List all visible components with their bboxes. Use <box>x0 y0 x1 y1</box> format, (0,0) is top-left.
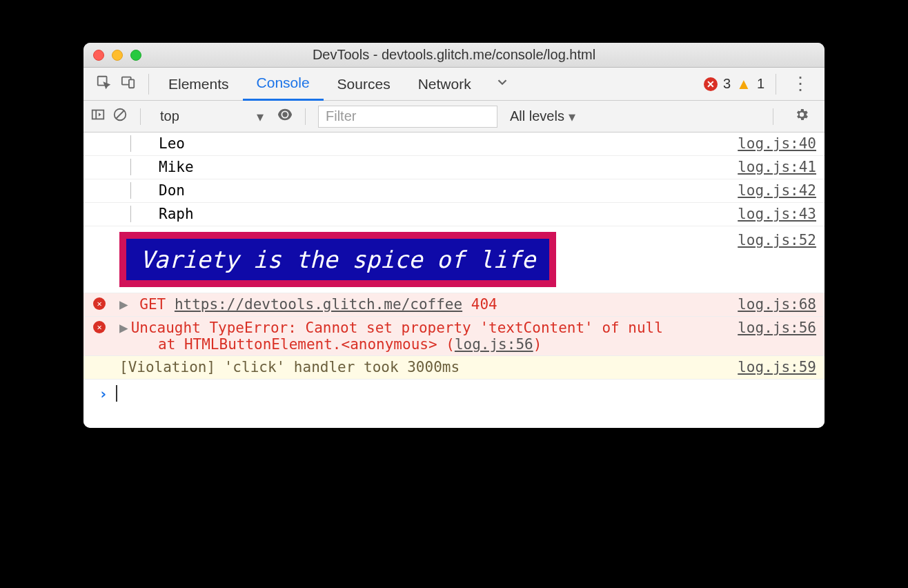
log-row: Mike log.js:41 <box>83 156 825 179</box>
svg-rect-2 <box>129 79 134 88</box>
titlebar: DevTools - devtools.glitch.me/console/lo… <box>83 43 825 68</box>
zoom-window-button[interactable] <box>130 50 141 61</box>
svg-point-7 <box>282 112 287 117</box>
log-row: Don log.js:42 <box>83 179 825 203</box>
error-message: Uncaught TypeError: Cannot set property … <box>131 320 663 336</box>
source-link[interactable]: log.js:42 <box>729 182 816 199</box>
window-title: DevTools - devtools.glitch.me/console/lo… <box>83 47 825 63</box>
source-link[interactable]: log.js:52 <box>729 232 816 248</box>
tab-sources[interactable]: Sources <box>324 68 404 101</box>
console-input[interactable] <box>117 385 816 402</box>
log-message: Don <box>130 182 185 199</box>
context-label: top <box>160 108 179 124</box>
close-window-button[interactable] <box>93 50 104 61</box>
dropdown-icon: ▾ <box>257 108 264 125</box>
svg-line-6 <box>117 111 124 119</box>
styled-log-message: Variety is the spice of life <box>119 232 556 287</box>
svg-rect-3 <box>92 110 104 119</box>
panel-tabs: Elements Console Sources Network <box>155 68 485 101</box>
expand-icon[interactable]: ▶ <box>119 320 128 336</box>
request-url-link[interactable]: https://devtools.glitch.me/coffee <box>175 296 462 313</box>
console-settings-icon[interactable] <box>786 107 818 126</box>
tab-network[interactable]: Network <box>404 68 485 101</box>
source-link[interactable]: log.js:59 <box>729 359 816 375</box>
source-link[interactable]: log.js:40 <box>729 135 816 152</box>
expand-icon[interactable]: ▶ <box>119 296 128 313</box>
stack-link[interactable]: log.js:56 <box>455 336 533 353</box>
source-link[interactable]: log.js:68 <box>729 296 816 313</box>
toggle-sidebar-icon[interactable] <box>90 107 106 126</box>
minimize-window-button[interactable] <box>112 50 123 61</box>
http-status: 404 <box>471 296 497 313</box>
more-tabs-button[interactable] <box>485 75 520 93</box>
dropdown-icon: ▾ <box>569 108 575 125</box>
warning-count: 1 <box>757 76 764 92</box>
log-message: Mike <box>130 159 194 175</box>
log-row: Leo log.js:40 <box>83 133 825 156</box>
error-row: ✕ ▶Uncaught TypeError: Cannot set proper… <box>83 317 825 356</box>
tab-elements[interactable]: Elements <box>155 68 243 101</box>
error-row: ✕ ▶ GET https://devtools.glitch.me/coffe… <box>83 293 825 317</box>
console-prompt[interactable]: › <box>83 380 825 407</box>
http-method: GET <box>139 296 166 313</box>
prompt-chevron-icon: › <box>99 385 108 402</box>
device-toolbar-icon[interactable] <box>121 75 136 93</box>
log-message: Raph <box>130 206 194 222</box>
stack-suffix: ) <box>533 336 542 353</box>
devtools-window: DevTools - devtools.glitch.me/console/lo… <box>83 43 825 428</box>
main-tabbar: Elements Console Sources Network ✕ 3 ▲ 1… <box>83 68 825 101</box>
filter-input[interactable] <box>318 106 497 128</box>
styled-log-row: Variety is the spice of life log.js:52 <box>83 226 825 293</box>
error-icon: ✕ <box>93 297 106 310</box>
error-icon: ✕ <box>704 77 718 91</box>
console-output: Leo log.js:40 Mike log.js:41 Don log.js:… <box>83 133 825 428</box>
violation-message: [Violation] 'click' handler took 3000ms <box>86 359 729 375</box>
execution-context-select[interactable]: top ▾ <box>153 106 270 127</box>
console-toolbar: top ▾ All levels ▾ <box>83 101 825 133</box>
live-expression-icon[interactable] <box>277 107 293 126</box>
violation-row: [Violation] 'click' handler took 3000ms … <box>83 356 825 380</box>
stack-prefix: at HTMLButtonElement.<anonymous> ( <box>158 336 455 353</box>
window-controls <box>93 50 141 61</box>
source-link[interactable]: log.js:56 <box>729 320 816 336</box>
levels-label: All levels <box>510 108 564 124</box>
log-levels-select[interactable]: All levels ▾ <box>504 108 581 125</box>
warning-icon: ▲ <box>736 75 751 93</box>
clear-console-icon[interactable] <box>112 107 128 126</box>
error-count: 3 <box>723 76 731 92</box>
error-icon: ✕ <box>93 321 106 333</box>
error-warning-counts[interactable]: ✕ 3 ▲ 1 <box>698 75 770 93</box>
tab-console[interactable]: Console <box>243 68 324 101</box>
inspect-element-icon[interactable] <box>96 75 111 93</box>
log-message: Leo <box>130 135 185 152</box>
source-link[interactable]: log.js:41 <box>729 159 816 175</box>
more-options-button[interactable]: ⋮ <box>782 73 819 95</box>
log-row: Raph log.js:43 <box>83 203 825 226</box>
source-link[interactable]: log.js:43 <box>729 206 816 222</box>
